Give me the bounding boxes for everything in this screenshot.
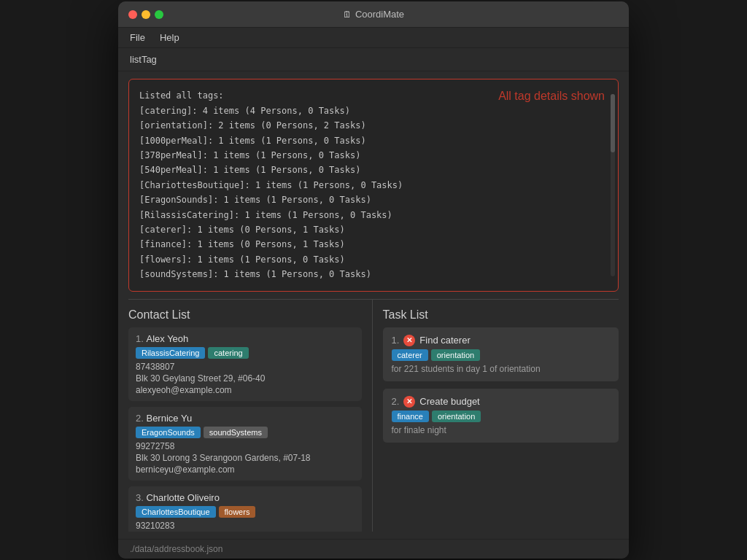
tag-output-text: Listed all tags: [catering]: 4 items (4 … bbox=[139, 88, 608, 281]
contact-panel: Contact List 1. Alex Yeoh RilassisCateri… bbox=[128, 300, 373, 532]
task-title: Find caterer bbox=[419, 335, 470, 346]
contact-name: Alex Yeoh bbox=[146, 333, 188, 344]
minimize-button[interactable] bbox=[142, 10, 150, 19]
contact-panel-title: Contact List bbox=[128, 300, 365, 327]
task-num: 1. bbox=[392, 335, 400, 346]
tag-line-5: [540perMeal]: 1 items (1 Persons, 0 Task… bbox=[139, 163, 608, 177]
task-item[interactable]: 1. ✕ Find caterer caterer orientation fo… bbox=[383, 327, 619, 381]
contact-chips: RilassisCatering catering bbox=[136, 347, 355, 359]
tag-line-6: [ChariottesBoutique]: 1 items (1 Persons… bbox=[139, 178, 608, 192]
menu-bar: File Help bbox=[118, 28, 629, 48]
task-desc: for finale night bbox=[392, 425, 611, 435]
tag-line-2: [orientation]: 2 items (0 Persons, 2 Tas… bbox=[139, 118, 608, 133]
contact-phone: 93210283 bbox=[136, 521, 355, 531]
close-button[interactable] bbox=[128, 10, 137, 19]
listtag-bar: listTag bbox=[118, 48, 629, 71]
contact-num-name: 1. Alex Yeoh bbox=[136, 333, 355, 344]
task-header: 2. ✕ Create budget bbox=[392, 396, 611, 408]
menu-help[interactable]: Help bbox=[160, 32, 179, 43]
listtag-label: listTag bbox=[130, 54, 157, 65]
contact-phone: 87438807 bbox=[136, 362, 355, 372]
app-window: 🗓 CoordiMate File Help listTag Listed al… bbox=[118, 1, 629, 558]
contact-address: Blk 30 Geylang Street 29, #06-40 bbox=[136, 373, 355, 384]
chip[interactable]: orientation bbox=[431, 349, 480, 361]
chip[interactable]: orientation bbox=[432, 411, 481, 422]
contact-num: 1. bbox=[136, 333, 144, 344]
tag-line-11: [flowers]: 1 items (1 Persons, 0 Tasks) bbox=[139, 252, 608, 267]
chip[interactable]: flowers bbox=[219, 506, 256, 518]
scrollbar-track[interactable] bbox=[611, 94, 615, 276]
status-text: ./data/addressbook.json bbox=[130, 544, 222, 554]
chip[interactable]: CharlottesBoutique bbox=[136, 506, 216, 518]
contact-phone: 99272758 bbox=[136, 441, 355, 451]
task-panel-title: Task List bbox=[383, 300, 619, 327]
task-item[interactable]: 2. ✕ Create budget finance orientation f… bbox=[383, 389, 619, 443]
task-chips: caterer orientation bbox=[392, 349, 611, 361]
chip[interactable]: catering bbox=[208, 347, 248, 359]
status-bar: ./data/addressbook.json bbox=[118, 539, 629, 559]
contact-chips: CharlottesBoutique flowers bbox=[136, 506, 355, 518]
contact-num: 3. bbox=[136, 492, 144, 503]
tag-output-area: Listed all tags: [catering]: 4 items (4 … bbox=[128, 79, 619, 291]
app-icon: 🗓 bbox=[343, 9, 352, 20]
contact-num-name: 3. Charlotte Oliveiro bbox=[136, 492, 355, 503]
task-panel: Task List 1. ✕ Find caterer caterer orie… bbox=[373, 300, 619, 532]
chip[interactable]: RilassisCatering bbox=[136, 347, 205, 359]
contact-address: Blk 30 Lorong 3 Serangoon Gardens, #07-1… bbox=[136, 453, 355, 463]
contact-name: Charlotte Oliveiro bbox=[146, 492, 219, 503]
scrollbar-thumb[interactable] bbox=[611, 94, 615, 152]
chip[interactable]: EragonSounds bbox=[136, 427, 201, 438]
chip[interactable]: finance bbox=[392, 411, 429, 422]
contact-email: alexyeoh@example.com bbox=[136, 385, 355, 395]
tag-line-8: [RilassisCatering]: 1 items (1 Persons, … bbox=[139, 208, 608, 222]
contact-num-name: 2. Bernice Yu bbox=[136, 413, 355, 424]
task-incomplete-icon: ✕ bbox=[403, 396, 415, 408]
tag-line-12: [soundSystems]: 1 items (1 Persons, 0 Ta… bbox=[139, 267, 608, 281]
contact-num: 2. bbox=[136, 413, 144, 424]
task-num: 2. bbox=[392, 396, 400, 407]
contact-item[interactable]: 2. Bernice Yu EragonSounds soundSystems … bbox=[128, 407, 362, 481]
chip[interactable]: soundSystems bbox=[204, 427, 268, 438]
contact-item[interactable]: 1. Alex Yeoh RilassisCatering catering 8… bbox=[128, 327, 362, 401]
task-title: Create budget bbox=[419, 396, 479, 407]
contact-item[interactable]: 3. Charlotte Oliveiro CharlottesBoutique… bbox=[128, 486, 362, 532]
task-desc: for 221 students in day 1 of orientation bbox=[392, 364, 611, 374]
window-title: 🗓 CoordiMate bbox=[343, 9, 404, 20]
tag-line-4: [378perMeal]: 1 items (1 Persons, 0 Task… bbox=[139, 148, 608, 163]
contact-name: Bernice Yu bbox=[146, 413, 192, 424]
tag-all-shown-label: All tag details shown bbox=[498, 90, 605, 103]
contact-email: berniceyu@example.com bbox=[136, 464, 355, 475]
menu-file[interactable]: File bbox=[130, 32, 145, 43]
bottom-panels: Contact List 1. Alex Yeoh RilassisCateri… bbox=[128, 299, 619, 532]
contact-list-scroll[interactable]: 1. Alex Yeoh RilassisCatering catering 8… bbox=[128, 327, 365, 532]
maximize-button[interactable] bbox=[155, 10, 163, 19]
contact-chips: EragonSounds soundSystems bbox=[136, 427, 355, 438]
task-header: 1. ✕ Find caterer bbox=[392, 335, 611, 346]
traffic-lights bbox=[128, 10, 163, 19]
tag-line-9: [caterer]: 1 items (0 Persons, 1 Tasks) bbox=[139, 222, 608, 237]
task-chips: finance orientation bbox=[392, 411, 611, 422]
tag-line-1: [catering]: 4 items (4 Persons, 0 Tasks) bbox=[139, 104, 608, 118]
task-incomplete-icon: ✕ bbox=[403, 335, 415, 346]
tag-line-7: [EragonSounds]: 1 items (1 Persons, 0 Ta… bbox=[139, 192, 608, 207]
chip[interactable]: caterer bbox=[392, 349, 428, 361]
tag-line-3: [1000perMeal]: 1 items (1 Persons, 0 Tas… bbox=[139, 133, 608, 148]
title-bar: 🗓 CoordiMate bbox=[118, 1, 629, 28]
tag-line-10: [finance]: 1 items (0 Persons, 1 Tasks) bbox=[139, 237, 608, 252]
